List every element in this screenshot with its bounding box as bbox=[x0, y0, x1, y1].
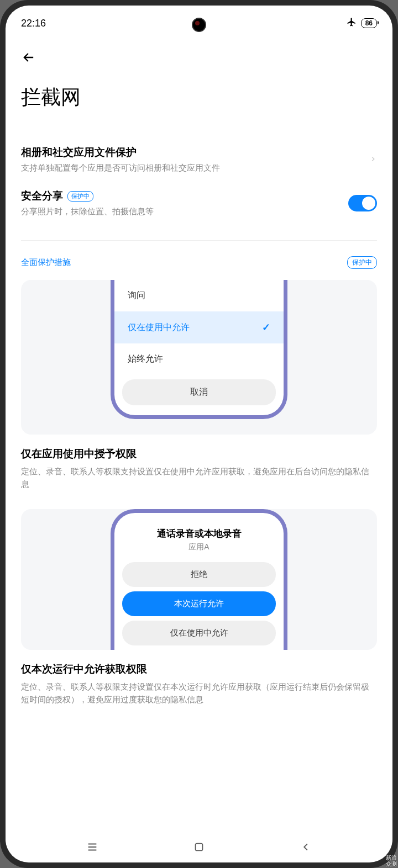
nav-back-icon[interactable] bbox=[300, 841, 312, 855]
battery-indicator: 86 bbox=[361, 18, 377, 28]
demo-option-always: 始终允许 bbox=[114, 343, 284, 375]
nav-home-icon[interactable] bbox=[193, 841, 205, 855]
status-time: 22:16 bbox=[21, 18, 46, 29]
demo-perm-title: 通话录音或本地录音 bbox=[114, 527, 284, 540]
page-title: 拦截网 bbox=[21, 84, 377, 111]
gallery-protection-row[interactable]: 相册和社交应用文件保护 支持单独配置每个应用是否可访问相册和社交应用文件 bbox=[21, 137, 377, 181]
demo-option-ask: 询问 bbox=[114, 280, 284, 311]
checkmark-icon: ✓ bbox=[262, 321, 270, 334]
demo-cancel-button: 取消 bbox=[122, 379, 276, 405]
demo-allow-once-button: 本次运行允许 bbox=[122, 591, 276, 616]
svg-rect-0 bbox=[196, 844, 203, 851]
share-title: 安全分享 bbox=[21, 189, 63, 203]
share-badge: 保护中 bbox=[67, 191, 93, 202]
watermark: 新浪 众测 bbox=[386, 855, 397, 867]
camera-notch bbox=[192, 18, 206, 32]
gallery-title: 相册和社交应用文件保护 bbox=[21, 145, 369, 160]
section-label: 全面保护措施 bbox=[21, 257, 71, 268]
demo-perm-app: 应用A bbox=[114, 542, 284, 552]
gallery-desc: 支持单独配置每个应用是否可访问相册和社交应用文件 bbox=[21, 162, 369, 173]
navigation-bar bbox=[6, 839, 392, 862]
demo-option-allow-inuse: 仅在使用中允许 ✓ bbox=[114, 311, 284, 343]
airplane-mode-icon bbox=[347, 17, 357, 30]
demo-allow-inuse-button: 仅在使用中允许 bbox=[122, 621, 276, 645]
feature1-title: 仅在应用使用中授予权限 bbox=[21, 447, 377, 461]
feature1-desc: 定位、录音、联系人等权限支持设置仅在使用中允许应用获取，避免应用在后台访问您的隐… bbox=[21, 465, 377, 490]
nav-menu-icon[interactable] bbox=[86, 841, 98, 855]
demo-deny-button: 拒绝 bbox=[122, 562, 276, 587]
feature2-desc: 定位、录音、联系人等权限支持设置仅在本次运行时允许应用获取（应用运行结束后仍会保… bbox=[21, 681, 377, 706]
safe-share-row: 安全分享 保护中 分享照片时，抹除位置、拍摄信息等 bbox=[21, 181, 377, 225]
chevron-right-icon bbox=[369, 153, 377, 166]
feature2-title: 仅本次运行中允许获取权限 bbox=[21, 662, 377, 676]
safe-share-toggle[interactable] bbox=[348, 195, 377, 211]
share-desc: 分享照片时，抹除位置、拍摄信息等 bbox=[21, 205, 348, 217]
section-badge: 保护中 bbox=[347, 256, 377, 269]
demo-card-permission-once: 通话录音或本地录音 应用A 拒绝 本次运行允许 仅在使用中允许 bbox=[21, 509, 377, 650]
divider bbox=[21, 240, 377, 241]
back-button[interactable] bbox=[21, 46, 43, 68]
demo-card-permission-inuse: 询问 仅在使用中允许 ✓ 始终允许 取消 bbox=[21, 280, 377, 435]
